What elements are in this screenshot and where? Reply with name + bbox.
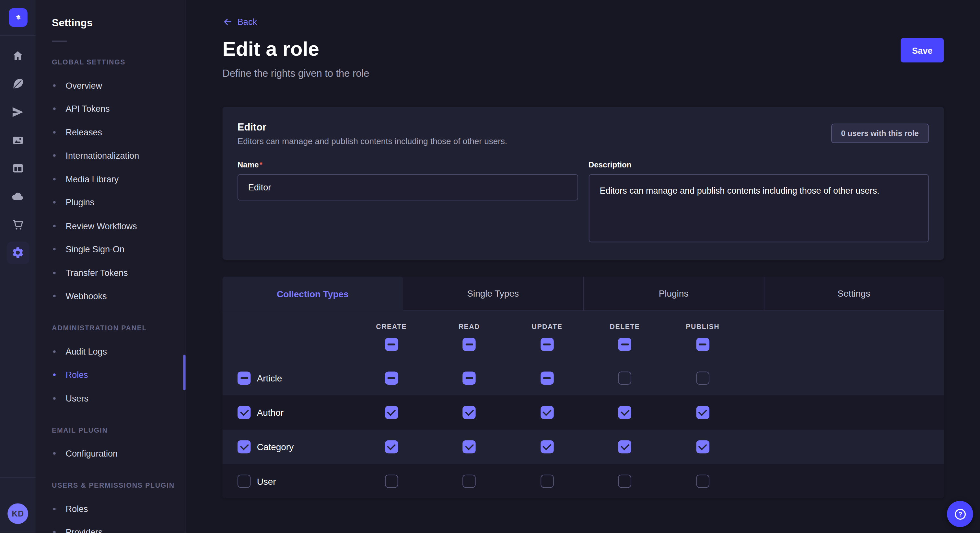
column-header-update: UPDATE: [508, 323, 586, 330]
arrow-left-icon: [223, 17, 233, 27]
nav-marketplace-button[interactable]: [4, 211, 32, 239]
category-read-checkbox[interactable]: [463, 440, 476, 454]
section-users-permissions-plugin: USERS & PERMISSIONS PLUGIN Roles Provide…: [52, 482, 186, 533]
users-with-role-button[interactable]: 0 users with this role: [831, 124, 929, 143]
user-avatar[interactable]: KD: [8, 503, 28, 524]
rail-nav-icons: [4, 36, 32, 267]
main-content: Back Edit a role Save Define the rights …: [186, 0, 980, 533]
user-publish-checkbox[interactable]: [696, 475, 710, 488]
nav-settings-button[interactable]: [4, 239, 32, 267]
sidebar-scrollbar-thumb[interactable]: [183, 355, 186, 390]
category-create-checkbox[interactable]: [385, 440, 398, 454]
article-delete-checkbox[interactable]: [618, 371, 632, 385]
save-button[interactable]: Save: [901, 38, 944, 62]
nav-home-button[interactable]: [4, 42, 32, 70]
sidebar-item-up-providers[interactable]: Providers: [52, 520, 186, 533]
sidebar-item-review-workflows[interactable]: Review Workflows: [52, 214, 186, 237]
cart-icon: [11, 218, 24, 231]
settings-sidebar: Settings GLOBAL SETTINGS Overview API To…: [36, 0, 186, 533]
section-label: ADMINISTRATION PANEL: [52, 324, 186, 332]
sidebar-item-audit-logs[interactable]: Audit Logs: [52, 339, 186, 363]
nav-media-library-button[interactable]: [4, 126, 32, 154]
sidebar-item-media-library[interactable]: Media Library: [52, 167, 186, 191]
paper-plane-icon: [11, 106, 24, 119]
row-select-checkbox[interactable]: [237, 440, 251, 454]
select-all-create-checkbox[interactable]: [385, 338, 398, 351]
sidebar-item-users[interactable]: Users: [52, 387, 186, 410]
media-library-icon: [11, 134, 24, 147]
nav-content-button[interactable]: [4, 70, 32, 98]
sidebar-item-transfer-tokens[interactable]: Transfer Tokens: [52, 261, 186, 284]
strapi-logo-icon: [12, 12, 24, 23]
category-delete-checkbox[interactable]: [618, 440, 632, 454]
category-publish-checkbox[interactable]: [696, 440, 710, 454]
article-publish-checkbox[interactable]: [696, 371, 710, 385]
row-select-checkbox[interactable]: [237, 406, 251, 419]
author-delete-checkbox[interactable]: [618, 406, 632, 419]
back-label: Back: [237, 17, 257, 27]
select-all-publish-checkbox[interactable]: [696, 338, 710, 351]
row-select-checkbox[interactable]: [237, 371, 251, 385]
page-title: Edit a role: [223, 38, 319, 60]
sidebar-item-up-roles[interactable]: Roles: [52, 497, 186, 520]
sidebar-item-plugins[interactable]: Plugins: [52, 191, 186, 214]
nav-cloud-button[interactable]: [4, 182, 32, 211]
tab-collection-types[interactable]: Collection Types: [223, 276, 403, 311]
sidebar-item-configuration[interactable]: Configuration: [52, 442, 186, 465]
role-name-heading: Editor: [237, 122, 507, 133]
select-all-delete-checkbox[interactable]: [618, 338, 632, 351]
sidebar-item-roles-active[interactable]: Roles: [52, 363, 186, 386]
select-all-read-checkbox[interactable]: [463, 338, 476, 351]
nav-releases-button[interactable]: [4, 98, 32, 126]
column-header-delete: DELETE: [586, 323, 664, 330]
section-global-settings: GLOBAL SETTINGS Overview API Tokens Rele…: [52, 58, 186, 308]
article-update-checkbox[interactable]: [541, 371, 554, 385]
permissions-table-header: CREATE READ UPDATE DELETE PUBLISH: [223, 311, 944, 361]
sidebar-item-single-sign-on[interactable]: Single Sign-On: [52, 238, 186, 261]
sidebar-item-webhooks[interactable]: Webhooks: [52, 284, 186, 308]
feather-icon: [11, 78, 24, 90]
back-link[interactable]: Back: [223, 17, 257, 27]
row-label: Article: [257, 373, 282, 383]
permissions-tabs: Collection Types Single Types Plugins Se…: [223, 276, 944, 311]
user-create-checkbox[interactable]: [385, 475, 398, 488]
article-read-checkbox[interactable]: [463, 371, 476, 385]
user-delete-checkbox[interactable]: [618, 475, 632, 488]
row-label: Author: [257, 408, 283, 417]
row-select-checkbox[interactable]: [237, 475, 251, 488]
select-all-update-checkbox[interactable]: [541, 338, 554, 351]
user-read-checkbox[interactable]: [463, 475, 476, 488]
role-details-card: Editor Editors can manage and publish co…: [223, 107, 944, 260]
sidebar-divider: [52, 40, 67, 42]
tab-single-types[interactable]: Single Types: [403, 276, 583, 311]
tab-plugins[interactable]: Plugins: [583, 276, 763, 311]
sidebar-item-overview[interactable]: Overview: [52, 74, 186, 97]
sidebar-title: Settings: [52, 17, 186, 29]
column-header-create: CREATE: [353, 323, 430, 330]
required-asterisk: *: [259, 160, 262, 169]
article-create-checkbox[interactable]: [385, 371, 398, 385]
name-input[interactable]: [237, 174, 578, 200]
strapi-logo-button[interactable]: [8, 8, 27, 27]
section-items: Roles Providers: [52, 497, 186, 533]
sidebar-item-releases[interactable]: Releases: [52, 121, 186, 144]
help-button[interactable]: ?: [947, 501, 973, 527]
nav-content-type-builder-button[interactable]: [4, 154, 32, 182]
sidebar-item-internationalization[interactable]: Internationalization: [52, 144, 186, 167]
section-items: Audit Logs Roles Users: [52, 339, 186, 410]
active-nav-highlight: [6, 241, 29, 263]
sidebar-item-api-tokens[interactable]: API Tokens: [52, 97, 186, 121]
category-update-checkbox[interactable]: [541, 440, 554, 454]
author-create-checkbox[interactable]: [385, 406, 398, 419]
tab-settings[interactable]: Settings: [764, 276, 944, 311]
name-field-label: Name*: [237, 160, 262, 169]
user-update-checkbox[interactable]: [541, 475, 554, 488]
description-textarea[interactable]: Editors can manage and publish contents …: [589, 174, 929, 242]
author-publish-checkbox[interactable]: [696, 406, 710, 419]
section-administration-panel: ADMINISTRATION PANEL Audit Logs Roles Us…: [52, 324, 186, 410]
table-row-user: User: [223, 464, 944, 498]
column-header-read: READ: [430, 323, 508, 330]
author-update-checkbox[interactable]: [541, 406, 554, 419]
author-read-checkbox[interactable]: [463, 406, 476, 419]
permissions-card: Collection Types Single Types Plugins Se…: [223, 276, 944, 498]
